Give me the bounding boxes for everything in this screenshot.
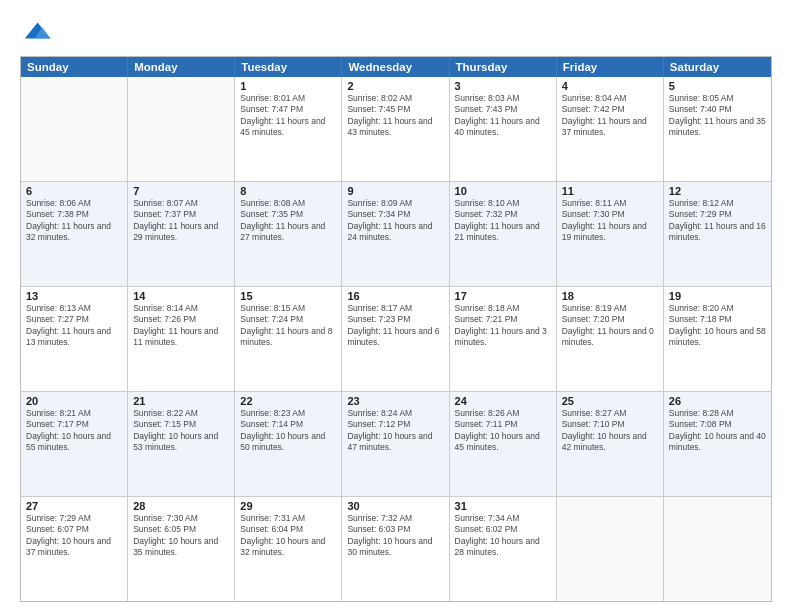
calendar-day-header: Friday (557, 57, 664, 77)
calendar-cell: 19Sunrise: 8:20 AM Sunset: 7:18 PM Dayli… (664, 287, 771, 391)
calendar-week: 13Sunrise: 8:13 AM Sunset: 7:27 PM Dayli… (21, 286, 771, 391)
calendar-cell: 14Sunrise: 8:14 AM Sunset: 7:26 PM Dayli… (128, 287, 235, 391)
day-info: Sunrise: 8:03 AM Sunset: 7:43 PM Dayligh… (455, 93, 551, 139)
day-info: Sunrise: 8:19 AM Sunset: 7:20 PM Dayligh… (562, 303, 658, 349)
day-info: Sunrise: 8:18 AM Sunset: 7:21 PM Dayligh… (455, 303, 551, 349)
day-info: Sunrise: 8:27 AM Sunset: 7:10 PM Dayligh… (562, 408, 658, 454)
day-number: 3 (455, 80, 551, 92)
day-number: 22 (240, 395, 336, 407)
logo (20, 16, 56, 48)
day-number: 6 (26, 185, 122, 197)
calendar-cell: 15Sunrise: 8:15 AM Sunset: 7:24 PM Dayli… (235, 287, 342, 391)
calendar-day-header: Thursday (450, 57, 557, 77)
day-number: 30 (347, 500, 443, 512)
day-info: Sunrise: 8:21 AM Sunset: 7:17 PM Dayligh… (26, 408, 122, 454)
day-number: 18 (562, 290, 658, 302)
calendar-cell: 12Sunrise: 8:12 AM Sunset: 7:29 PM Dayli… (664, 182, 771, 286)
calendar-cell: 11Sunrise: 8:11 AM Sunset: 7:30 PM Dayli… (557, 182, 664, 286)
calendar-cell: 29Sunrise: 7:31 AM Sunset: 6:04 PM Dayli… (235, 497, 342, 601)
day-info: Sunrise: 8:05 AM Sunset: 7:40 PM Dayligh… (669, 93, 766, 139)
day-info: Sunrise: 7:32 AM Sunset: 6:03 PM Dayligh… (347, 513, 443, 559)
day-number: 27 (26, 500, 122, 512)
day-info: Sunrise: 8:01 AM Sunset: 7:47 PM Dayligh… (240, 93, 336, 139)
day-info: Sunrise: 8:12 AM Sunset: 7:29 PM Dayligh… (669, 198, 766, 244)
day-info: Sunrise: 8:10 AM Sunset: 7:32 PM Dayligh… (455, 198, 551, 244)
calendar-cell: 3Sunrise: 8:03 AM Sunset: 7:43 PM Daylig… (450, 77, 557, 181)
day-info: Sunrise: 8:13 AM Sunset: 7:27 PM Dayligh… (26, 303, 122, 349)
day-number: 13 (26, 290, 122, 302)
day-number: 4 (562, 80, 658, 92)
day-info: Sunrise: 8:11 AM Sunset: 7:30 PM Dayligh… (562, 198, 658, 244)
day-info: Sunrise: 7:29 AM Sunset: 6:07 PM Dayligh… (26, 513, 122, 559)
calendar-cell: 9Sunrise: 8:09 AM Sunset: 7:34 PM Daylig… (342, 182, 449, 286)
calendar-cell: 1Sunrise: 8:01 AM Sunset: 7:47 PM Daylig… (235, 77, 342, 181)
calendar-cell: 4Sunrise: 8:04 AM Sunset: 7:42 PM Daylig… (557, 77, 664, 181)
day-info: Sunrise: 8:23 AM Sunset: 7:14 PM Dayligh… (240, 408, 336, 454)
day-number: 8 (240, 185, 336, 197)
day-number: 5 (669, 80, 766, 92)
day-info: Sunrise: 8:17 AM Sunset: 7:23 PM Dayligh… (347, 303, 443, 349)
day-number: 15 (240, 290, 336, 302)
calendar: SundayMondayTuesdayWednesdayThursdayFrid… (20, 56, 772, 602)
calendar-cell: 13Sunrise: 8:13 AM Sunset: 7:27 PM Dayli… (21, 287, 128, 391)
day-number: 16 (347, 290, 443, 302)
calendar-cell: 2Sunrise: 8:02 AM Sunset: 7:45 PM Daylig… (342, 77, 449, 181)
calendar-week: 6Sunrise: 8:06 AM Sunset: 7:38 PM Daylig… (21, 181, 771, 286)
calendar-cell: 17Sunrise: 8:18 AM Sunset: 7:21 PM Dayli… (450, 287, 557, 391)
calendar-cell: 27Sunrise: 7:29 AM Sunset: 6:07 PM Dayli… (21, 497, 128, 601)
calendar-cell: 10Sunrise: 8:10 AM Sunset: 7:32 PM Dayli… (450, 182, 557, 286)
day-number: 20 (26, 395, 122, 407)
calendar-week: 27Sunrise: 7:29 AM Sunset: 6:07 PM Dayli… (21, 496, 771, 601)
day-number: 21 (133, 395, 229, 407)
day-number: 2 (347, 80, 443, 92)
calendar-body: 1Sunrise: 8:01 AM Sunset: 7:47 PM Daylig… (21, 77, 771, 601)
calendar-cell: 26Sunrise: 8:28 AM Sunset: 7:08 PM Dayli… (664, 392, 771, 496)
day-info: Sunrise: 7:30 AM Sunset: 6:05 PM Dayligh… (133, 513, 229, 559)
calendar-day-header: Wednesday (342, 57, 449, 77)
day-number: 11 (562, 185, 658, 197)
day-number: 9 (347, 185, 443, 197)
day-info: Sunrise: 8:22 AM Sunset: 7:15 PM Dayligh… (133, 408, 229, 454)
calendar-header: SundayMondayTuesdayWednesdayThursdayFrid… (21, 57, 771, 77)
day-info: Sunrise: 7:34 AM Sunset: 6:02 PM Dayligh… (455, 513, 551, 559)
calendar-week: 1Sunrise: 8:01 AM Sunset: 7:47 PM Daylig… (21, 77, 771, 181)
calendar-day-header: Saturday (664, 57, 771, 77)
day-number: 17 (455, 290, 551, 302)
day-number: 7 (133, 185, 229, 197)
day-info: Sunrise: 8:09 AM Sunset: 7:34 PM Dayligh… (347, 198, 443, 244)
day-number: 28 (133, 500, 229, 512)
calendar-cell (21, 77, 128, 181)
calendar-cell: 31Sunrise: 7:34 AM Sunset: 6:02 PM Dayli… (450, 497, 557, 601)
day-info: Sunrise: 8:15 AM Sunset: 7:24 PM Dayligh… (240, 303, 336, 349)
day-number: 29 (240, 500, 336, 512)
calendar-cell (557, 497, 664, 601)
calendar-cell: 22Sunrise: 8:23 AM Sunset: 7:14 PM Dayli… (235, 392, 342, 496)
calendar-cell (128, 77, 235, 181)
day-info: Sunrise: 8:26 AM Sunset: 7:11 PM Dayligh… (455, 408, 551, 454)
day-info: Sunrise: 8:06 AM Sunset: 7:38 PM Dayligh… (26, 198, 122, 244)
day-number: 12 (669, 185, 766, 197)
day-number: 23 (347, 395, 443, 407)
calendar-day-header: Sunday (21, 57, 128, 77)
calendar-cell: 20Sunrise: 8:21 AM Sunset: 7:17 PM Dayli… (21, 392, 128, 496)
day-number: 1 (240, 80, 336, 92)
calendar-cell: 6Sunrise: 8:06 AM Sunset: 7:38 PM Daylig… (21, 182, 128, 286)
logo-icon (20, 16, 52, 48)
day-info: Sunrise: 8:08 AM Sunset: 7:35 PM Dayligh… (240, 198, 336, 244)
calendar-cell: 8Sunrise: 8:08 AM Sunset: 7:35 PM Daylig… (235, 182, 342, 286)
day-number: 24 (455, 395, 551, 407)
calendar-cell (664, 497, 771, 601)
day-number: 26 (669, 395, 766, 407)
calendar-cell: 24Sunrise: 8:26 AM Sunset: 7:11 PM Dayli… (450, 392, 557, 496)
day-info: Sunrise: 8:02 AM Sunset: 7:45 PM Dayligh… (347, 93, 443, 139)
day-info: Sunrise: 7:31 AM Sunset: 6:04 PM Dayligh… (240, 513, 336, 559)
day-number: 31 (455, 500, 551, 512)
day-info: Sunrise: 8:24 AM Sunset: 7:12 PM Dayligh… (347, 408, 443, 454)
calendar-week: 20Sunrise: 8:21 AM Sunset: 7:17 PM Dayli… (21, 391, 771, 496)
calendar-day-header: Monday (128, 57, 235, 77)
calendar-day-header: Tuesday (235, 57, 342, 77)
day-info: Sunrise: 8:28 AM Sunset: 7:08 PM Dayligh… (669, 408, 766, 454)
calendar-cell: 23Sunrise: 8:24 AM Sunset: 7:12 PM Dayli… (342, 392, 449, 496)
calendar-cell: 18Sunrise: 8:19 AM Sunset: 7:20 PM Dayli… (557, 287, 664, 391)
day-info: Sunrise: 8:14 AM Sunset: 7:26 PM Dayligh… (133, 303, 229, 349)
